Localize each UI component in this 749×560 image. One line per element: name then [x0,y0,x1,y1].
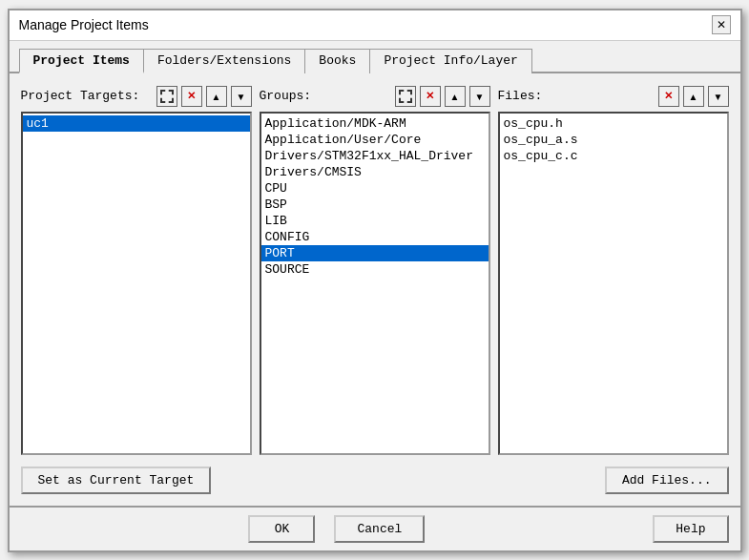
add-files-button[interactable]: Add Files... [605,467,729,494]
targets-label: Project Targets: [21,89,153,103]
targets-header: Project Targets: [21,85,252,108]
move-group-down-button[interactable] [469,86,490,107]
delete-group-button[interactable] [420,86,441,107]
move-group-up-icon [450,91,460,102]
move-target-down-button[interactable] [231,86,252,107]
delete-file-button[interactable] [658,86,679,107]
footer-inner: OK Cancel Help [21,515,729,543]
move-file-up-icon [689,91,698,102]
groups-panel: Groups: Application/MDK-ARM [260,85,490,455]
list-item[interactable]: SOURCE [261,261,489,278]
tab-project-info-layer[interactable]: Project Info/Layer [370,49,531,73]
close-button[interactable]: ✕ [712,15,731,34]
manage-project-items-dialog: Manage Project Items ✕ Project Items Fol… [8,9,742,552]
new-target-icon [160,90,174,103]
move-file-up-button[interactable] [683,86,704,107]
move-file-down-icon [714,91,723,102]
list-item[interactable]: Drivers/STM32F1xx_HAL_Driver [261,148,489,164]
files-list[interactable]: os_cpu.h os_cpu_a.s os_cpu_c.c [498,112,729,455]
list-item[interactable]: os_cpu_a.s [500,132,727,148]
list-item[interactable]: os_cpu.h [500,115,727,132]
move-target-down-icon [237,91,246,102]
groups-header: Groups: [260,85,490,108]
files-panel: Files: os_cpu.h os_cpu_a.s os_cpu_c.c [498,85,729,455]
targets-panel: Project Targets: uc1 [21,85,252,455]
delete-target-icon [187,90,196,102]
targets-list[interactable]: uc1 [21,112,252,455]
tab-content: Project Targets: uc1 [10,73,740,506]
delete-group-icon [426,90,434,102]
footer-center-buttons: OK Cancel [21,515,654,543]
move-group-up-button[interactable] [445,86,466,107]
delete-file-icon [664,90,673,102]
list-item[interactable]: BSP [261,197,489,213]
list-item[interactable]: CPU [261,180,489,197]
list-item[interactable]: PORT [261,245,489,261]
move-target-up-icon [212,91,221,102]
list-item[interactable]: Drivers/CMSIS [261,164,489,180]
move-target-up-button[interactable] [206,86,227,107]
list-item[interactable]: LIB [261,213,489,229]
list-item[interactable]: uc1 [23,115,250,132]
groups-label: Groups: [260,89,391,103]
list-item[interactable]: os_cpu_c.c [500,148,727,164]
dialog-footer: OK Cancel Help [10,506,740,550]
cancel-button[interactable]: Cancel [334,515,425,543]
move-group-down-icon [475,91,485,102]
new-group-button[interactable] [395,86,416,107]
panels-container: Project Targets: uc1 [21,85,729,455]
tab-books[interactable]: Books [305,49,370,73]
help-button[interactable]: Help [653,515,728,543]
files-label: Files: [498,89,655,103]
delete-target-button[interactable] [181,86,202,107]
tab-project-items[interactable]: Project Items [19,49,144,73]
list-item[interactable]: CONFIG [261,229,489,245]
groups-list[interactable]: Application/MDK-ARM Application/User/Cor… [260,112,490,455]
title-bar: Manage Project Items ✕ [10,10,740,41]
dialog-title: Manage Project Items [19,17,149,32]
list-item[interactable]: Application/User/Core [261,132,489,148]
ok-button[interactable]: OK [248,515,315,543]
move-file-down-button[interactable] [708,86,729,107]
new-group-icon [399,90,412,103]
files-header: Files: [498,85,729,108]
tab-folders-extensions[interactable]: Folders/Extensions [144,49,305,73]
tab-bar: Project Items Folders/Extensions Books P… [10,41,740,73]
set-current-target-button[interactable]: Set as Current Target [21,467,212,494]
list-item[interactable]: Application/MDK-ARM [261,115,489,132]
new-target-button[interactable] [156,86,177,107]
bottom-buttons: Set as Current Target Add Files... [21,467,729,494]
